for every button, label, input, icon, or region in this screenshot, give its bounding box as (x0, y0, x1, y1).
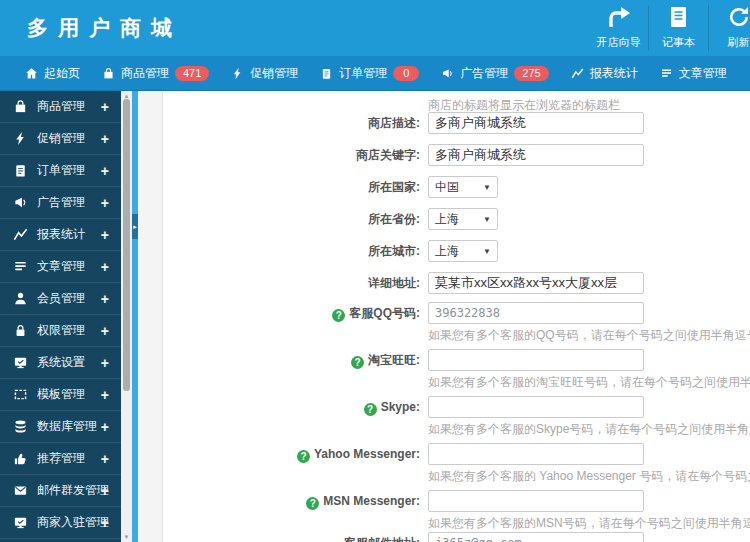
notepad-button[interactable]: 记事本 (649, 0, 708, 56)
expand-plus-icon[interactable]: + (101, 163, 109, 179)
expand-plus-icon[interactable]: + (101, 483, 109, 499)
sidebar-label: 促销管理 (37, 130, 85, 147)
address-label: 详细地址: (138, 272, 420, 294)
open-shop-wizard-button[interactable]: 开店向导 (589, 0, 648, 56)
help-icon[interactable]: ? (364, 403, 377, 416)
taobao-wangwang-input[interactable] (428, 349, 644, 371)
refresh-button[interactable]: 刷新 (709, 0, 750, 56)
sidebar-scrollbar[interactable]: ▲ ▼ (121, 91, 132, 542)
nav-item-ads[interactable]: 广告管理 275 (430, 65, 559, 82)
help-icon[interactable]: ? (332, 309, 345, 322)
province-select[interactable]: 上海 ▼ (428, 208, 498, 230)
notepad-icon (669, 6, 688, 32)
sidebar-item-permissions[interactable]: 权限管理 + (0, 315, 121, 347)
lock-icon (13, 323, 28, 338)
sidebar-label: 订单管理 (37, 162, 85, 179)
sidebar-item-recommend[interactable]: 推荐管理 + (0, 443, 121, 475)
shopping-bag-icon (102, 67, 115, 80)
shop-title-hint: 商店的标题将显示在浏览器的标题栏 (428, 98, 620, 112)
expand-plus-icon[interactable]: + (101, 451, 109, 467)
shop-description-input[interactable] (428, 112, 644, 134)
expand-plus-icon[interactable]: + (101, 355, 109, 371)
lightning-icon (231, 67, 244, 80)
qq-input[interactable] (428, 302, 644, 324)
nav-label: 文章管理 (679, 65, 727, 82)
nav-item-orders[interactable]: 订单管理 0 (309, 65, 430, 82)
nav-label: 促销管理 (250, 65, 298, 82)
sidebar-item-merchant-entry[interactable]: 商家入驻管理 + (0, 507, 121, 539)
admin-page: 多用户商城 开店向导 记事本 刷新 (0, 0, 750, 542)
address-input[interactable] (428, 272, 644, 294)
shop-description-label: 商店描述: (138, 112, 420, 134)
help-icon[interactable]: ? (306, 497, 319, 510)
expand-plus-icon[interactable]: + (101, 323, 109, 339)
monitor-check-icon (13, 355, 28, 370)
top-header: 多用户商城 开店向导 记事本 刷新 (0, 0, 750, 56)
scroll-down-icon[interactable]: ▼ (121, 532, 132, 542)
nav-item-home[interactable]: 起始页 (14, 65, 91, 82)
city-select[interactable]: 上海 ▼ (428, 240, 498, 262)
sidebar-label: 推荐管理 (37, 450, 85, 467)
nav-item-goods[interactable]: 商品管理 471 (91, 65, 220, 82)
expand-plus-icon[interactable]: + (101, 291, 109, 307)
sidebar-label: 数据库管理 (37, 418, 97, 435)
nav-item-reports[interactable]: 报表统计 (560, 65, 649, 82)
taobao-wangwang-hint: 如果您有多个客服的淘宝旺旺号码，请在每个号码之间使用半角逗号（,）分隔。 (428, 375, 750, 389)
app-title: 多用户商城 (27, 14, 182, 42)
sidebar-label: 会员管理 (37, 290, 85, 307)
sidebar-label: 权限管理 (37, 322, 85, 339)
service-email-input[interactable] (428, 532, 644, 542)
sidebar-label: 商家入驻管理 (37, 514, 109, 531)
qq-hint: 如果您有多个客服的QQ号码，请在每个号码之间使用半角逗号（,）分隔。 (428, 328, 750, 342)
expand-plus-icon[interactable]: + (101, 419, 109, 435)
sidebar-item-system-settings[interactable]: 系统设置 + (0, 347, 121, 379)
clipboard-icon (13, 163, 28, 178)
skype-hint: 如果您有多个客服的Skype号码，请在每个号码之间使用半角逗号（,）分隔。提示： (428, 422, 750, 436)
caret-down-icon: ▼ (483, 183, 491, 192)
chart-icon (13, 227, 28, 242)
expand-plus-icon[interactable]: + (101, 515, 109, 531)
nav-item-articles[interactable]: 文章管理 (649, 65, 738, 82)
sidebar-item-database[interactable]: 数据库管理 + (0, 411, 121, 443)
sidebar-item-members[interactable]: 会员管理 + (0, 283, 121, 315)
nav-item-members[interactable]: 会员管理 (738, 65, 750, 82)
sidebar-item-orders[interactable]: 订单管理 + (0, 155, 121, 187)
sidebar-label: 系统设置 (37, 354, 85, 371)
sidebar-item-mail-bulk[interactable]: 邮件群发管理 + (0, 475, 121, 507)
expand-plus-icon[interactable]: + (101, 131, 109, 147)
monitor-check-icon (13, 515, 28, 530)
nav-item-promotion[interactable]: 促销管理 (220, 65, 309, 82)
province-value: 上海 (435, 211, 459, 228)
yahoo-messenger-input[interactable] (428, 443, 644, 465)
help-icon[interactable]: ? (297, 450, 310, 463)
sidebar-label: 报表统计 (37, 226, 85, 243)
sidebar-item-goods[interactable]: 商品管理 + (0, 91, 121, 123)
service-email-label: 客服邮件地址: (138, 532, 420, 542)
sidebar-item-promotion[interactable]: 促销管理 + (0, 123, 121, 155)
sidebar-item-articles[interactable]: 文章管理 + (0, 251, 121, 283)
skype-label: ?Skype: (138, 396, 420, 418)
city-value: 上海 (435, 243, 459, 260)
country-select[interactable]: 中国 ▼ (428, 176, 498, 198)
city-label: 所在城市: (138, 240, 420, 262)
msn-messenger-input[interactable] (428, 490, 644, 512)
expand-plus-icon[interactable]: + (101, 195, 109, 211)
sidebar-item-templates[interactable]: 模板管理 + (0, 379, 121, 411)
expand-plus-icon[interactable]: + (101, 227, 109, 243)
expand-plus-icon[interactable]: + (101, 99, 109, 115)
skype-input[interactable] (428, 396, 644, 418)
person-icon (13, 291, 28, 306)
lightning-icon (13, 131, 28, 146)
envelope-icon (13, 483, 28, 498)
sidebar-item-ads[interactable]: 广告管理 + (0, 187, 121, 219)
expand-plus-icon[interactable]: + (101, 259, 109, 275)
sidebar-menu: 商品管理 + 促销管理 + 订单管理 + 广告管理 + 报表统计 + 文章管理 … (0, 91, 121, 542)
country-label: 所在国家: (138, 176, 420, 198)
ads-count-badge: 275 (514, 66, 548, 81)
help-icon[interactable]: ? (351, 356, 364, 369)
shop-keywords-input[interactable] (428, 144, 644, 166)
expand-plus-icon[interactable]: + (101, 387, 109, 403)
sidebar-item-reports[interactable]: 报表统计 + (0, 219, 121, 251)
yahoo-messenger-hint: 如果您有多个客服的 Yahoo Messenger 号码，请在每个号码之间使用半… (428, 469, 750, 483)
scrollbar-thumb[interactable] (123, 99, 130, 391)
